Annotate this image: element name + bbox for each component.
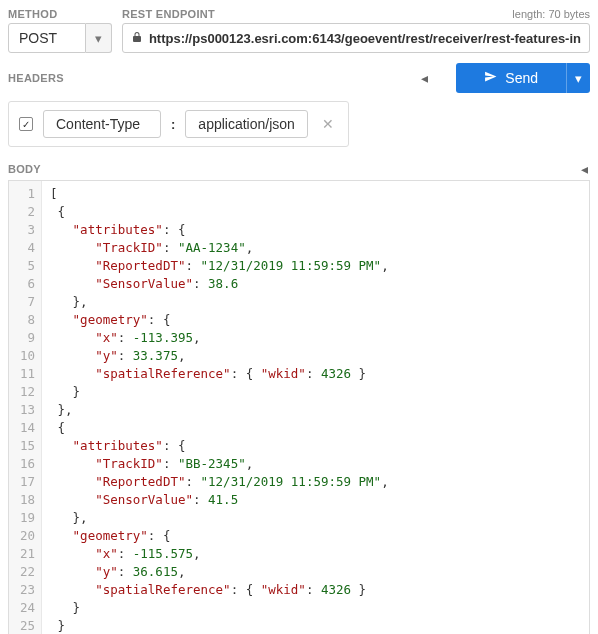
header-enabled-checkbox[interactable]: ✓ [19, 117, 33, 131]
collapse-left-icon[interactable]: ◂ [421, 70, 428, 86]
body-label: BODY [8, 163, 41, 175]
header-entry: ✓ Content-Type : application/json ✕ [8, 101, 349, 147]
method-dropdown-button[interactable]: ▾ [86, 23, 112, 53]
header-key-input[interactable]: Content-Type [43, 110, 161, 138]
chevron-down-icon: ▾ [95, 31, 102, 46]
endpoint-input[interactable]: https://ps000123.esri.com:6143/geoevent/… [122, 23, 590, 53]
endpoint-url: https://ps000123.esri.com:6143/geoevent/… [149, 31, 581, 46]
editor-gutter: 1234567891011121314151617181920212223242… [9, 181, 42, 634]
headers-label: HEADERS [8, 72, 64, 84]
remove-header-button[interactable]: ✕ [318, 116, 338, 132]
endpoint-length: length: 70 bytes [512, 8, 590, 20]
collapse-left-icon[interactable]: ◂ [581, 161, 588, 177]
method-value: POST [8, 23, 86, 53]
header-value-input[interactable]: application/json [185, 110, 308, 138]
editor-code[interactable]: [ { "attributes": { "TrackID": "AA-1234"… [42, 181, 589, 634]
send-dropdown-button[interactable]: ▾ [566, 63, 590, 93]
lock-icon [131, 31, 143, 46]
close-icon: ✕ [322, 116, 334, 132]
endpoint-label: REST ENDPOINT [122, 8, 215, 20]
method-select[interactable]: POST ▾ [8, 23, 112, 53]
send-icon [484, 70, 497, 86]
body-editor[interactable]: 1234567891011121314151617181920212223242… [8, 180, 590, 634]
send-button[interactable]: Send [456, 63, 566, 93]
send-button-label: Send [505, 70, 538, 86]
chevron-down-icon: ▾ [575, 71, 582, 86]
header-colon: : [171, 117, 175, 132]
method-label: METHOD [8, 8, 57, 20]
